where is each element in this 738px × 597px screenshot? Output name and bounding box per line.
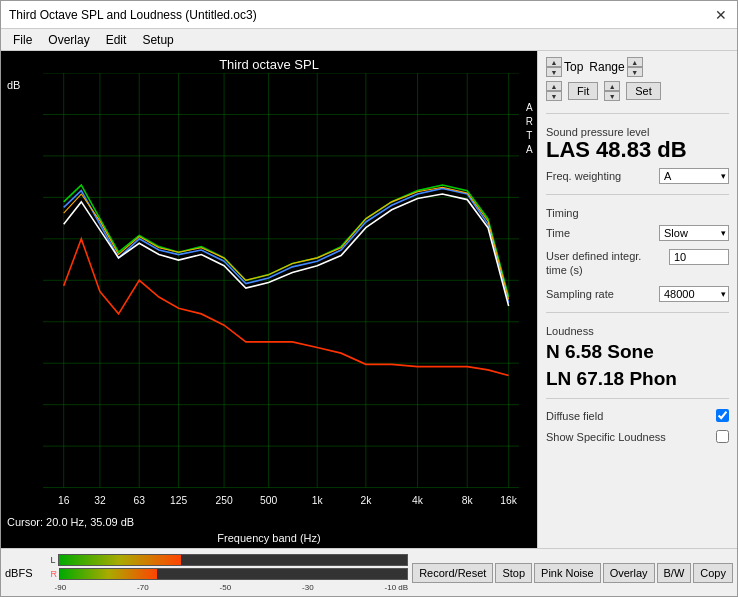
dbfs-label: dBFS	[5, 567, 33, 579]
spl-value: LAS 48.83 dB	[546, 138, 729, 162]
integr-label: User defined integr. time (s)	[546, 249, 646, 278]
set-up-btn[interactable]: ▲	[604, 81, 620, 91]
close-button[interactable]: ✕	[713, 8, 729, 22]
tick-50: -50	[220, 583, 232, 592]
svg-text:125: 125	[170, 494, 187, 506]
chart-area: Third octave SPL dB ARTA	[1, 51, 537, 548]
tick-90: -90	[55, 583, 67, 592]
set-button[interactable]: Set	[626, 82, 661, 100]
freq-weight-dropdown[interactable]: A B C Z	[659, 168, 729, 184]
chart-ylabel: dB	[7, 79, 20, 91]
diffuse-field-checkbox[interactable]	[716, 409, 729, 422]
svg-text:250: 250	[215, 494, 232, 506]
title-bar: Third Octave SPL and Loudness (Untitled.…	[1, 1, 737, 29]
top-label: Top	[564, 60, 583, 74]
spl-section: Sound pressure level LAS 48.83 dB	[546, 122, 729, 162]
show-specific-checkbox[interactable]	[716, 430, 729, 443]
sampling-dropdown[interactable]: 44100 48000 96000	[659, 286, 729, 302]
show-specific-row: Show Specific Loudness	[546, 430, 729, 443]
divider-1	[546, 113, 729, 114]
fit-spin: ▲ ▼	[546, 81, 562, 101]
range-label: Range	[589, 60, 624, 74]
chart-svg: 50.0 45.0 40.0 35.0 30.0 25.0 20.0 15.0 …	[43, 73, 519, 510]
action-buttons: Record/Reset Stop Pink Noise Overlay B/W…	[412, 563, 733, 583]
svg-text:2k: 2k	[360, 494, 372, 506]
chart-xlabel: Frequency band (Hz)	[1, 532, 537, 544]
sampling-row: Sampling rate 44100 48000 96000	[546, 286, 729, 302]
menu-file[interactable]: File	[5, 32, 40, 48]
tick-70: -70	[137, 583, 149, 592]
time-row: Time Fast Slow Impulse Leq	[546, 225, 729, 241]
menu-edit[interactable]: Edit	[98, 32, 135, 48]
loudness-label: Loudness	[546, 325, 729, 337]
menu-bar: File Overlay Edit Setup	[1, 29, 737, 51]
range-up-btn[interactable]: ▲	[627, 57, 643, 67]
pink-noise-button[interactable]: Pink Noise	[534, 563, 601, 583]
freq-weight-row: Freq. weighting A B C Z	[546, 168, 729, 184]
tick-30: -30	[302, 583, 314, 592]
tick-label: L	[51, 555, 56, 565]
divider-4	[546, 398, 729, 399]
divider-2	[546, 194, 729, 195]
set-spin: ▲ ▼	[604, 81, 620, 101]
r-label: R	[51, 569, 58, 579]
meter-area: L R -90 -70 -50 -30 -10 dB	[41, 554, 409, 592]
svg-text:16k: 16k	[500, 494, 517, 506]
freq-weight-label: Freq. weighting	[546, 170, 621, 182]
fit-set-pair: ▲ ▼ Fit ▲ ▼ Set	[546, 81, 729, 101]
show-specific-label: Show Specific Loudness	[546, 431, 666, 443]
top-controls: ▲ ▼ Top Range ▲ ▼	[546, 57, 729, 77]
time-dropdown-wrapper: Fast Slow Impulse Leq	[659, 225, 729, 241]
window-title: Third Octave SPL and Loudness (Untitled.…	[9, 8, 257, 22]
time-label: Time	[546, 227, 570, 239]
range-control-pair: Range ▲ ▼	[589, 57, 642, 77]
svg-text:32: 32	[94, 494, 106, 506]
time-dropdown[interactable]: Fast Slow Impulse Leq	[659, 225, 729, 241]
bw-button[interactable]: B/W	[657, 563, 692, 583]
range-spin: ▲ ▼	[627, 57, 643, 77]
svg-rect-0	[43, 73, 519, 510]
svg-text:8k: 8k	[462, 494, 474, 506]
top-down-btn[interactable]: ▼	[546, 67, 562, 77]
fit-up-btn[interactable]: ▲	[546, 81, 562, 91]
loudness-ln-value: LN 67.18 Phon	[546, 368, 729, 391]
tick-10db: -10 dB	[385, 583, 409, 592]
loudness-n-value: N 6.58 Sone	[546, 341, 729, 364]
chart-title: Third octave SPL	[1, 53, 537, 74]
top-spin: ▲ ▼	[546, 57, 562, 77]
menu-overlay[interactable]: Overlay	[40, 32, 97, 48]
chart-arta: ARTA	[526, 101, 533, 157]
record-reset-button[interactable]: Record/Reset	[412, 563, 493, 583]
freq-weight-dropdown-wrapper: A B C Z	[659, 168, 729, 184]
set-down-btn[interactable]: ▼	[604, 91, 620, 101]
fit-down-btn[interactable]: ▼	[546, 91, 562, 101]
menu-setup[interactable]: Setup	[134, 32, 181, 48]
stop-button[interactable]: Stop	[495, 563, 532, 583]
integr-row: User defined integr. time (s)	[546, 249, 729, 278]
right-panel: ▲ ▼ Top Range ▲ ▼ ▲ ▼ Fi	[537, 51, 737, 548]
svg-text:63: 63	[133, 494, 145, 506]
chart-cursor: Cursor: 20.0 Hz, 35.09 dB	[7, 516, 134, 528]
copy-button[interactable]: Copy	[693, 563, 733, 583]
diffuse-field-label: Diffuse field	[546, 410, 603, 422]
main-area: Third octave SPL dB ARTA	[1, 51, 737, 548]
svg-text:16: 16	[58, 494, 70, 506]
sampling-dropdown-wrapper: 44100 48000 96000	[659, 286, 729, 302]
overlay-button[interactable]: Overlay	[603, 563, 655, 583]
integr-input[interactable]	[669, 249, 729, 265]
bottom-bar: dBFS L R -90 -70 -50 -30 -	[1, 548, 737, 596]
timing-label: Timing	[546, 207, 729, 219]
svg-text:1k: 1k	[312, 494, 324, 506]
top-control-pair: ▲ ▼ Top	[546, 57, 583, 77]
svg-text:4k: 4k	[412, 494, 424, 506]
svg-text:500: 500	[260, 494, 277, 506]
diffuse-field-row: Diffuse field	[546, 409, 729, 422]
sampling-label: Sampling rate	[546, 288, 614, 300]
divider-3	[546, 312, 729, 313]
main-window: Third Octave SPL and Loudness (Untitled.…	[0, 0, 738, 597]
top-up-btn[interactable]: ▲	[546, 57, 562, 67]
fit-button[interactable]: Fit	[568, 82, 598, 100]
range-down-btn[interactable]: ▼	[627, 67, 643, 77]
